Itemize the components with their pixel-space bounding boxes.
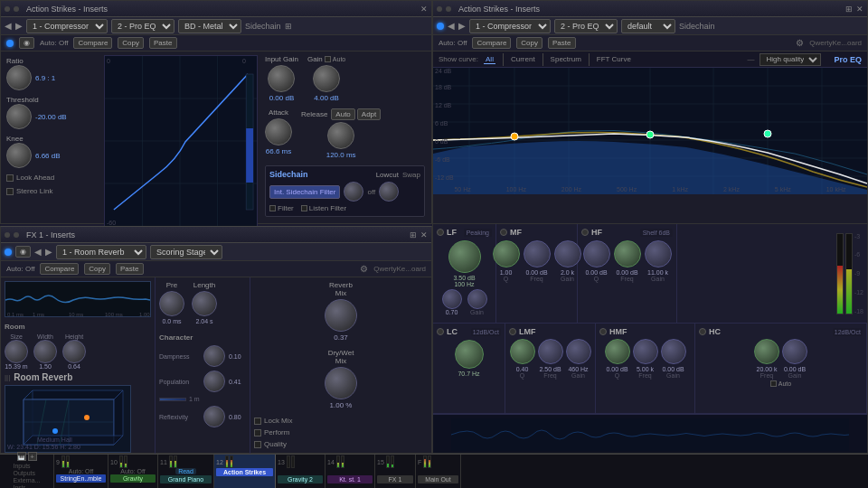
proeq-compare-btn[interactable]: Compare (472, 37, 511, 49)
hmf-freq-knob[interactable] (605, 339, 630, 364)
lmf-q-knob[interactable] (538, 339, 563, 364)
lf-power-btn[interactable] (437, 229, 444, 236)
ch10-name-bar[interactable]: Gravity (110, 474, 156, 483)
comp-copy-btn[interactable]: Copy (118, 37, 144, 49)
reverb-compare-btn[interactable]: Compare (40, 263, 79, 275)
reverb-preset-select[interactable]: Scoring Stage (150, 245, 222, 259)
hf-freq-knob[interactable] (614, 240, 641, 267)
eq-quality-select[interactable]: High quality (760, 53, 821, 66)
proeq-channel-select[interactable]: 1 - Compressor (469, 19, 551, 33)
hc-freq-knob[interactable] (754, 339, 779, 364)
lf-q-knob[interactable] (442, 289, 462, 309)
gain-knob[interactable] (313, 65, 340, 92)
release-knob[interactable] (327, 122, 354, 149)
ch15-name-bar[interactable]: FX 1 (377, 475, 413, 483)
compressor-next-select[interactable]: 2 - Pro EQ (111, 19, 175, 33)
proeq-expand-btn[interactable]: ⊞ (845, 5, 853, 14)
lockmix-checkbox[interactable]: Lock Mix (254, 417, 428, 425)
comp-close-btn[interactable]: ✕ (420, 5, 428, 14)
proeq-graph[interactable]: 50 Hz 100 Hz 200 Hz 500 Hz 1 kHz 2 kHz 5… (433, 68, 867, 194)
proeq-next-select[interactable]: 2 - Pro EQ (554, 19, 618, 33)
hc-gain-knob[interactable] (782, 339, 807, 364)
compressor-preset-select[interactable]: BD - Metal (178, 19, 241, 33)
auto-btn[interactable]: Auto (331, 108, 354, 120)
ch9-name-bar[interactable]: StringEn..mble (56, 474, 106, 483)
reverb-expand-btn[interactable]: ⊞ (410, 230, 417, 239)
quality-checkbox[interactable]: Quality (254, 440, 428, 448)
reverb-close-btn[interactable]: ✕ (420, 230, 428, 239)
mf-power-btn[interactable] (500, 229, 507, 236)
proeq-paste-btn[interactable]: Paste (548, 37, 575, 49)
proeq-close-btn[interactable]: ✕ (856, 5, 863, 14)
eq-curve-fft-btn[interactable]: FFT Curve (597, 55, 631, 63)
ch11-read-btn[interactable]: Read (175, 468, 196, 474)
proeq-preset-select[interactable]: default (621, 19, 675, 33)
proeq-copy-btn[interactable]: Copy (516, 37, 542, 49)
lf-gain-knob[interactable] (467, 289, 487, 309)
auto-checkbox[interactable] (325, 56, 331, 62)
stereolink-checkbox[interactable]: Stereo Link (6, 187, 95, 195)
ch13-name-bar[interactable]: Gravity 2 (278, 475, 323, 483)
eq-curve-current-btn[interactable]: Current (511, 55, 535, 63)
hmf-q-knob[interactable] (633, 339, 658, 364)
lf-freq-knob[interactable] (448, 240, 481, 273)
eq-curve-all-btn[interactable]: All (484, 55, 495, 64)
width-knob[interactable] (33, 340, 57, 363)
proeq-gear-icon[interactable]: ⚙ (796, 38, 804, 48)
size-knob[interactable] (5, 340, 28, 363)
eq-curve-spectrum-btn[interactable]: Spectrum (551, 55, 581, 63)
reflexivity-knob[interactable] (203, 406, 225, 427)
length-knob[interactable] (192, 291, 217, 316)
population-knob[interactable] (203, 371, 225, 392)
drywet-knob[interactable] (325, 367, 357, 399)
reverb-prev-btn[interactable]: ◀ (34, 247, 42, 257)
comp-compare-btn[interactable]: Compare (73, 37, 112, 49)
lowcut-knob[interactable] (379, 182, 399, 202)
comp-power-btn[interactable]: ◉ (19, 37, 34, 49)
lmf-power-btn[interactable] (509, 328, 516, 335)
reverb-mix-knob[interactable] (325, 299, 357, 332)
hf-power-btn[interactable] (581, 229, 589, 236)
input-gain-knob[interactable] (268, 65, 295, 92)
comp-expand-btn[interactable]: ⊞ (285, 22, 292, 31)
reverb-power-btn[interactable]: ◉ (15, 246, 31, 258)
mf-freq-knob[interactable] (493, 240, 520, 267)
mf-q-knob[interactable] (524, 240, 551, 267)
reverb-copy-btn[interactable]: Copy (84, 263, 110, 275)
sidechain-knob[interactable] (344, 182, 363, 202)
lc-power-btn[interactable] (437, 328, 444, 335)
compressor-channel-select[interactable]: 1 - Compressor (26, 19, 108, 33)
knee-knob[interactable] (6, 143, 32, 168)
dampness-knob[interactable] (203, 345, 225, 367)
piano-btn[interactable]: 🎹 (17, 452, 26, 461)
hc-auto-checkbox[interactable]: Auto (770, 380, 791, 387)
hf-gain-knob[interactable] (645, 240, 672, 267)
comp-paste-btn[interactable]: Paste (149, 37, 176, 49)
proeq-prev-btn[interactable]: ◀ (448, 21, 455, 31)
hf-q-knob[interactable] (583, 240, 610, 267)
sidechain-filter-btn[interactable]: Int. Sidechain Filter (269, 185, 340, 199)
hmf-gain-knob[interactable] (661, 339, 686, 364)
pre-knob[interactable] (159, 291, 184, 316)
reverb-channel-select[interactable]: 1 - Room Reverb (56, 245, 146, 259)
reverb-paste-btn[interactable]: Paste (116, 263, 143, 275)
mf-gain-knob[interactable] (554, 240, 581, 267)
ratio-knob[interactable] (6, 65, 32, 90)
hmf-power-btn[interactable] (599, 328, 607, 335)
lmf-gain-knob[interactable] (566, 339, 591, 364)
proeq-next-btn[interactable]: ▶ (458, 21, 466, 31)
filter-checkbox[interactable]: Filter (269, 204, 294, 212)
reverb-gear-icon[interactable]: ⚙ (360, 264, 368, 274)
perform-checkbox[interactable]: Perform (254, 428, 428, 436)
comp-next-btn[interactable]: ▶ (15, 21, 23, 31)
comp-prev-btn[interactable]: ◀ (5, 21, 12, 31)
ch14-name-bar[interactable]: Kt. st. 1 (327, 475, 373, 483)
add-track-btn[interactable]: + (28, 452, 37, 461)
threshold-knob[interactable] (6, 104, 32, 129)
lookahead-checkbox[interactable]: Look Ahead (6, 174, 95, 182)
ch12-name-bar[interactable]: Action Strikes (216, 468, 273, 476)
attack-knob[interactable] (265, 118, 292, 145)
lc-freq-knob[interactable] (455, 340, 484, 369)
height-knob[interactable] (62, 340, 86, 363)
hc-power-btn[interactable] (699, 328, 706, 335)
